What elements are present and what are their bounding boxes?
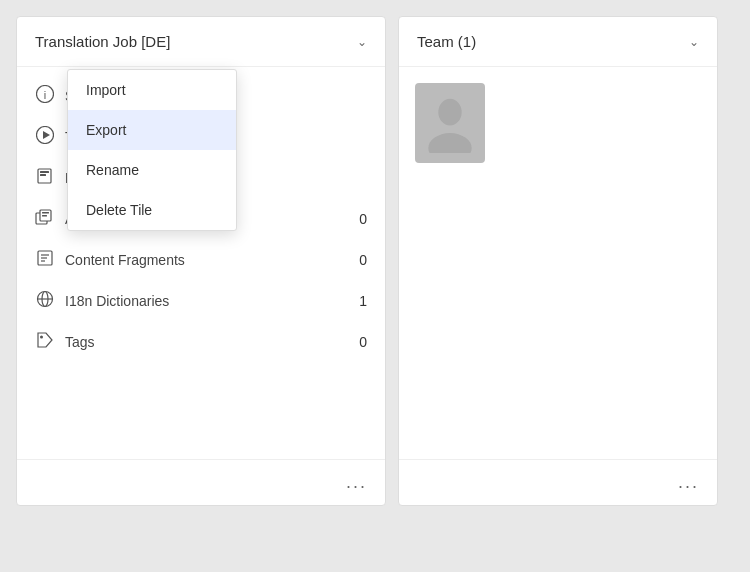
svg-rect-6: [40, 174, 46, 176]
rename-menu-item[interactable]: Rename: [68, 150, 236, 190]
tags-row: Tags 0: [17, 321, 385, 362]
tags-icon: [35, 331, 55, 352]
svg-point-20: [428, 133, 471, 153]
team-chevron-icon: ⌄: [689, 35, 699, 49]
export-menu-item[interactable]: Export: [68, 110, 236, 150]
i18n-label: I18n Dictionaries: [65, 293, 337, 309]
svg-rect-10: [42, 215, 47, 217]
svg-point-18: [40, 336, 43, 339]
translation-job-panel: Translation Job [DE] ⌄ i Status Target: [16, 16, 386, 506]
i18n-row: I18n Dictionaries 1: [17, 280, 385, 321]
svg-marker-3: [43, 131, 50, 139]
svg-text:i: i: [44, 89, 46, 101]
i18n-value: 1: [347, 293, 367, 309]
more-options-button[interactable]: ...: [346, 472, 367, 493]
assets-value: 0: [347, 211, 367, 227]
content-fragments-label: Content Fragments: [65, 252, 337, 268]
avatar-container: [415, 83, 485, 163]
dropdown-menu: Import Export Rename Delete Tile: [67, 69, 237, 231]
fragments-icon: [35, 249, 55, 270]
chevron-down-icon: ⌄: [357, 35, 367, 49]
import-menu-item[interactable]: Import: [68, 70, 236, 110]
team-body: [399, 67, 717, 459]
translation-job-footer: ...: [17, 459, 385, 505]
content-fragments-row: Content Fragments 0: [17, 239, 385, 280]
svg-rect-5: [40, 171, 49, 173]
team-panel: Team (1) ⌄ ...: [398, 16, 718, 506]
tags-label: Tags: [65, 334, 337, 350]
delete-tile-menu-item[interactable]: Delete Tile: [68, 190, 236, 230]
translation-job-title: Translation Job [DE]: [35, 33, 170, 50]
user-avatar: [415, 83, 485, 163]
content-fragments-value: 0: [347, 252, 367, 268]
target-icon: [35, 126, 55, 147]
svg-point-19: [438, 99, 461, 126]
team-header[interactable]: Team (1) ⌄: [399, 17, 717, 67]
team-more-options-button[interactable]: ...: [678, 472, 699, 493]
translation-job-header[interactable]: Translation Job [DE] ⌄: [17, 17, 385, 67]
team-footer: ...: [399, 459, 717, 505]
info-icon: i: [35, 85, 55, 106]
svg-rect-9: [42, 212, 49, 214]
team-title: Team (1): [417, 33, 476, 50]
pages-icon: [35, 167, 55, 188]
tags-value: 0: [347, 334, 367, 350]
i18n-icon: [35, 290, 55, 311]
assets-icon: [35, 208, 55, 229]
